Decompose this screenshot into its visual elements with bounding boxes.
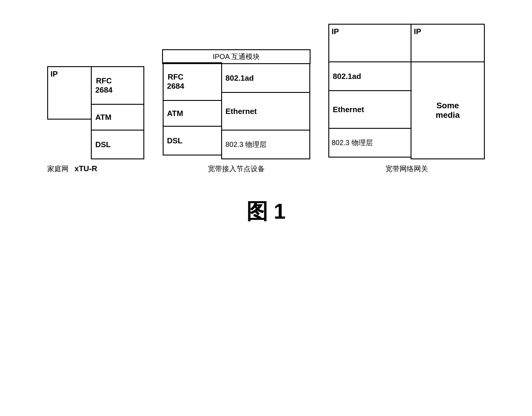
device2-dsl-box: DSL (163, 126, 222, 155)
device2-dsl-label: DSL (167, 136, 183, 145)
device2-col1: RFC 2684 ATM DSL (163, 63, 222, 159)
device3-ip2-label: IP (414, 27, 421, 36)
device3-label: 宽带网络网关 (385, 164, 428, 174)
device3-some-media-box: Some media (411, 61, 485, 159)
figure-label: 图 1 (246, 197, 286, 226)
device1-rfc-label: RFC 2684 (95, 76, 113, 95)
device3-body: IP 802.1ad Ethernet 802.3 物理层 IP (328, 24, 485, 159)
device3: IP 802.1ad Ethernet 802.3 物理层 IP (328, 24, 485, 174)
device1-dsl-box: DSL (91, 130, 144, 159)
device1-ip-label: IP (50, 69, 58, 79)
device2-rfc-label: RFC 2684 (167, 72, 184, 91)
device2-header-box: IPOA 互通模块 (162, 49, 311, 64)
device1-label: 家庭网 xTU-R (47, 164, 97, 174)
device1-atm-label: ATM (95, 113, 111, 122)
device2-rfc-box: RFC 2684 (163, 62, 222, 101)
device1-rfc-box: RFC 2684 (91, 66, 144, 105)
device3-ip1-label: IP (332, 27, 339, 36)
blocks-row: IP RFC 2684 ATM DSL 家庭网 xTU-R (47, 24, 485, 174)
device2: IPOA 互通模块 RFC 2684 ATM DSL (162, 49, 311, 174)
device2-col2: 802.1ad Ethernet 802.3 物理层 (221, 63, 310, 159)
device2-label: 宽带接入节点设备 (208, 164, 265, 174)
device1-label2: xTU-R (75, 164, 97, 174)
device3-eth-box: Ethernet (328, 90, 411, 129)
device2-802ad-top-label: 802.1ad (226, 74, 254, 83)
device3-col2: IP Some media (411, 24, 485, 159)
device1: IP RFC 2684 ATM DSL 家庭网 xTU-R (47, 66, 144, 174)
device1-ip-box: IP (47, 66, 92, 120)
device1-atm-box: ATM (91, 104, 144, 131)
device1-label1: 家庭网 (47, 164, 69, 174)
device1-dsl-label: DSL (95, 140, 111, 149)
device3-ip1-box: IP (328, 24, 411, 62)
device2-atm-box: ATM (163, 100, 222, 127)
device3-col1: IP 802.1ad Ethernet 802.3 物理层 (328, 24, 411, 159)
device2-eth-label: Ethernet (226, 107, 257, 116)
device2-802ad-top-box: 802.1ad (221, 63, 310, 93)
diagram-container: IP RFC 2684 ATM DSL 家庭网 xTU-R (18, 12, 514, 226)
device3-some-media-label: Some media (436, 101, 460, 120)
device3-802ad-label: 802.1ad (333, 72, 361, 81)
device3-802ad-box: 802.1ad (328, 61, 411, 91)
device2-phys-box: 802.3 物理层 (221, 130, 310, 159)
device1-inner: IP RFC 2684 ATM DSL (47, 66, 144, 159)
device3-phys-label: 802.3 物理层 (332, 138, 373, 147)
device1-col2: RFC 2684 ATM DSL (91, 66, 144, 159)
device2-body: RFC 2684 ATM DSL 802.1ad Ethernet (163, 63, 310, 159)
device2-atm-label: ATM (167, 109, 183, 118)
device2-phys-label: 802.3 物理层 (226, 140, 267, 149)
device3-ip2-box: IP (411, 24, 485, 62)
device3-phys-box: 802.3 物理层 (328, 128, 411, 158)
device2-eth-box: Ethernet (221, 92, 310, 131)
device3-eth-label: Ethernet (333, 105, 364, 114)
device2-header-label: IPOA 互通模块 (213, 52, 260, 61)
